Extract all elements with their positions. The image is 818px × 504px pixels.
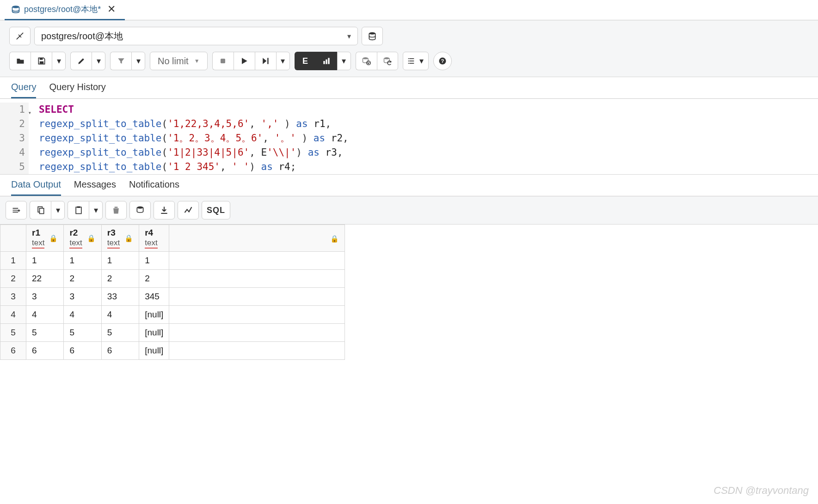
- download-button[interactable]: [154, 201, 175, 219]
- connection-status-button[interactable]: [9, 27, 31, 45]
- open-file-button[interactable]: [9, 52, 31, 70]
- close-icon[interactable]: ✕: [105, 3, 118, 15]
- sql-button[interactable]: SQL: [202, 201, 230, 219]
- explain-button[interactable]: E: [295, 52, 316, 70]
- column-header-r3[interactable]: r3text🔒: [101, 225, 139, 252]
- cell[interactable]: 5: [64, 324, 101, 342]
- stop-button[interactable]: [212, 52, 234, 70]
- table-row[interactable]: 11111: [0, 252, 345, 270]
- svg-point-15: [408, 58, 409, 59]
- table-row[interactable]: 33333345: [0, 288, 345, 306]
- cell-empty: [169, 306, 345, 324]
- cell[interactable]: 2: [101, 270, 139, 288]
- save-dropdown[interactable]: ▾: [52, 52, 66, 70]
- column-header-r1[interactable]: r1text🔒: [26, 225, 64, 252]
- cell[interactable]: 5: [26, 324, 64, 342]
- cell[interactable]: [null]: [139, 324, 169, 342]
- tab-data-output[interactable]: Data Output: [11, 179, 61, 196]
- paste-dropdown[interactable]: ▾: [89, 201, 103, 219]
- cell[interactable]: [null]: [139, 342, 169, 360]
- cell[interactable]: 6: [64, 342, 101, 360]
- file-group: ▾: [9, 52, 66, 70]
- save-data-button[interactable]: [129, 201, 151, 219]
- edit-dropdown[interactable]: ▾: [92, 52, 105, 70]
- column-header-r4[interactable]: r4text: [139, 225, 169, 252]
- cell[interactable]: 4: [101, 306, 139, 324]
- svg-rect-24: [115, 207, 118, 208]
- execute-button[interactable]: [234, 52, 255, 70]
- commit-button[interactable]: [356, 52, 377, 70]
- cell[interactable]: 1: [64, 252, 101, 270]
- delete-button[interactable]: [105, 201, 127, 219]
- svg-point-10: [367, 61, 370, 65]
- col-type: text: [32, 238, 44, 249]
- rollback-button[interactable]: [377, 52, 398, 70]
- cell[interactable]: 345: [139, 288, 169, 306]
- string: '。': [275, 133, 296, 144]
- save-button[interactable]: [31, 52, 52, 70]
- copy-dropdown[interactable]: ▾: [51, 201, 65, 219]
- table-row[interactable]: 5555[null]: [0, 324, 345, 342]
- help-button[interactable]: ?: [433, 52, 452, 70]
- execute-script-button[interactable]: [255, 52, 276, 70]
- cell[interactable]: [null]: [139, 306, 169, 324]
- cell[interactable]: 4: [26, 306, 64, 324]
- function: regexp_split_to_table: [39, 133, 162, 144]
- cell[interactable]: 6: [101, 342, 139, 360]
- cell-empty: [169, 270, 345, 288]
- col-type: text: [145, 238, 157, 249]
- edit-group: ▾: [70, 52, 105, 70]
- explain-group: E ▾: [295, 52, 351, 70]
- paste-button[interactable]: [68, 201, 89, 219]
- cell[interactable]: 1: [101, 252, 139, 270]
- svg-rect-3: [39, 61, 43, 64]
- column-header-r2[interactable]: r2text🔒: [64, 225, 101, 252]
- explain-dropdown[interactable]: ▾: [337, 52, 351, 70]
- fold-icon[interactable]: ▾: [28, 106, 31, 120]
- connection-select[interactable]: postgres/root@本地 ▾: [34, 27, 358, 45]
- cell[interactable]: 2: [64, 270, 101, 288]
- tab-messages[interactable]: Messages: [74, 179, 116, 196]
- macros-button[interactable]: ▾: [403, 52, 429, 70]
- cell[interactable]: 1: [26, 252, 64, 270]
- tab-query-history[interactable]: Query History: [49, 82, 105, 98]
- cell[interactable]: 22: [26, 270, 64, 288]
- explain-analyze-button[interactable]: [316, 52, 337, 70]
- col-name: r1: [32, 228, 44, 238]
- svg-rect-13: [409, 61, 414, 61]
- filter-button[interactable]: [110, 52, 131, 70]
- limit-select[interactable]: No limit ▼: [150, 52, 208, 70]
- row-number: 5: [0, 324, 26, 342]
- cell[interactable]: 5: [101, 324, 139, 342]
- row-number: 1: [0, 252, 26, 270]
- filter-dropdown[interactable]: ▾: [131, 52, 145, 70]
- cell[interactable]: 4: [64, 306, 101, 324]
- tab-notifications[interactable]: Notifications: [129, 179, 179, 196]
- cell[interactable]: 3: [26, 288, 64, 306]
- code-area[interactable]: SELECT regexp_split_to_table('1,22,3,4,5…: [29, 103, 349, 174]
- table-row[interactable]: 6666[null]: [0, 342, 345, 360]
- editor-tab[interactable]: postgres/root@本地* ✕: [5, 0, 125, 20]
- cell[interactable]: 3: [64, 288, 101, 306]
- cell[interactable]: 1: [139, 252, 169, 270]
- execute-dropdown[interactable]: ▾: [276, 52, 290, 70]
- edit-button[interactable]: [70, 52, 92, 70]
- svg-rect-12: [409, 58, 414, 59]
- tab-query[interactable]: Query: [11, 82, 36, 98]
- cell[interactable]: 33: [101, 288, 139, 306]
- svg-point-9: [363, 57, 369, 59]
- cell[interactable]: 6: [26, 342, 64, 360]
- add-row-button[interactable]: [6, 201, 27, 219]
- sql-editor[interactable]: 1▾ 2 3 4 5 SELECT regexp_split_to_table(…: [0, 99, 818, 174]
- svg-point-1: [369, 32, 375, 35]
- server-button[interactable]: [362, 27, 383, 45]
- table-row[interactable]: 222222: [0, 270, 345, 288]
- cell[interactable]: 2: [139, 270, 169, 288]
- graph-button[interactable]: [178, 201, 199, 219]
- alias: r3: [326, 147, 337, 158]
- copy-button[interactable]: [30, 201, 51, 219]
- string: '1,22,3,4,5,6': [167, 118, 249, 129]
- table-row[interactable]: 4444[null]: [0, 306, 345, 324]
- corner-cell: [0, 225, 26, 252]
- svg-point-16: [408, 61, 409, 61]
